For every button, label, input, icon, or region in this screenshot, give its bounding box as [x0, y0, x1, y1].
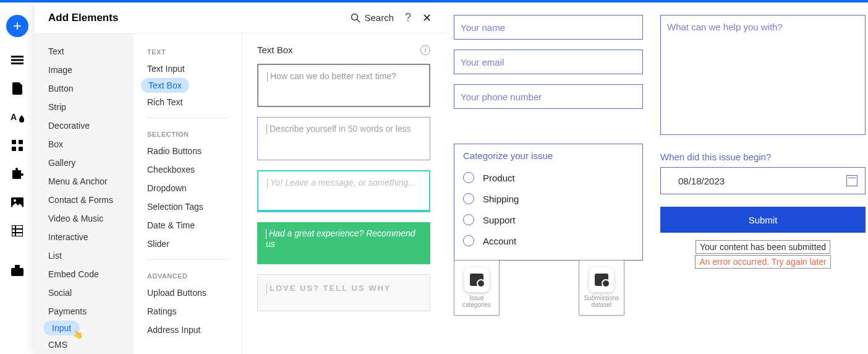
sub-checkboxes[interactable]: Checkboxes: [134, 160, 242, 179]
textbox-preview-4-label: Had a great experience? Recommend us: [266, 228, 415, 249]
radio-support[interactable]: [463, 214, 474, 225]
panel-search[interactable]: Search: [351, 12, 394, 23]
dataset-label: Issue: [469, 295, 484, 301]
info-icon[interactable]: i: [420, 45, 430, 55]
category-video-music[interactable]: Video & Music: [35, 209, 134, 228]
category-interactive[interactable]: Interactive: [35, 228, 134, 246]
svg-rect-7: [19, 147, 23, 151]
sub-radio-buttons[interactable]: Radio Buttons: [134, 142, 242, 160]
theme-icon[interactable]: A: [11, 111, 24, 123]
category-contact-forms[interactable]: Contact & Forms: [35, 191, 134, 209]
help-button[interactable]: ?: [405, 11, 411, 24]
radio-account-label: Account: [483, 236, 516, 246]
help-textarea[interactable]: [660, 15, 866, 135]
svg-point-16: [352, 14, 358, 20]
category-decorative[interactable]: Decorative: [35, 116, 134, 135]
svg-rect-4: [12, 140, 16, 144]
category-text[interactable]: Text: [35, 42, 134, 61]
issue-categories-dataset[interactable]: Issuecategories: [454, 260, 500, 316]
divider: [147, 118, 228, 118]
close-button[interactable]: ✕: [422, 11, 432, 25]
category-social[interactable]: Social: [35, 283, 134, 302]
sub-ratings[interactable]: Ratings: [134, 302, 242, 321]
add-elements-button[interactable]: +: [6, 15, 28, 37]
panel-body: Text Image Button Strip Decorative Box G…: [35, 33, 445, 354]
category-cms[interactable]: CMS: [35, 335, 134, 354]
radio-product[interactable]: [463, 172, 474, 183]
dataset-label: Submissions: [584, 295, 619, 301]
category-button[interactable]: Button: [35, 79, 134, 98]
radio-shipping-label: Shipping: [483, 194, 519, 204]
editor-left-rail: + A: [0, 2, 35, 354]
date-label: When did this issue begin?: [660, 152, 866, 162]
dataset-label: dataset: [592, 301, 612, 308]
textbox-preview-2[interactable]: Describe yourself in 50 words or less: [257, 117, 430, 160]
sub-dropdown[interactable]: Dropdown: [134, 179, 242, 197]
radio-row: Account: [463, 230, 634, 251]
sub-upload-buttons[interactable]: Upload Buttons: [134, 283, 242, 302]
preview-column: Text Box i How can we do better next tim…: [242, 33, 445, 354]
sub-selection-tags[interactable]: Selection Tags: [134, 197, 242, 216]
data-icon[interactable]: [11, 225, 24, 236]
dataset-label: categories: [462, 301, 491, 308]
success-message: Your content has been submitted: [696, 240, 830, 254]
radio-row: Shipping: [463, 188, 634, 209]
sub-address-input[interactable]: Address Input: [134, 321, 242, 339]
textbox-preview-3-label: Yo! Leave a message, or something...: [270, 178, 415, 188]
subcategory-list: TEXT Text Input Text Box Rich Text SELEC…: [134, 33, 242, 354]
dataset-icon: [595, 274, 608, 286]
email-input[interactable]: [454, 50, 643, 74]
submissions-dataset[interactable]: Submissionsdataset: [579, 260, 624, 316]
category-box[interactable]: Box: [35, 135, 134, 153]
category-list-elem[interactable]: List: [35, 246, 134, 265]
calendar-icon: [846, 175, 857, 186]
apps-icon[interactable]: [11, 140, 24, 151]
svg-rect-0: [11, 56, 23, 58]
sub-text-box[interactable]: Text Box: [141, 78, 189, 93]
section-selection-header: SELECTION: [134, 124, 242, 142]
svg-rect-10: [12, 225, 23, 236]
svg-point-9: [14, 199, 16, 202]
sub-date-time[interactable]: Date & Time: [134, 216, 242, 235]
sub-rich-text[interactable]: Rich Text: [134, 93, 242, 111]
section-text-header: TEXT: [134, 42, 242, 59]
category-strip[interactable]: Strip: [35, 98, 134, 116]
business-icon[interactable]: [11, 265, 24, 276]
svg-rect-6: [12, 147, 16, 151]
textbox-preview-4[interactable]: Had a great experience? Recommend us: [257, 222, 430, 264]
category-payments[interactable]: Payments: [35, 302, 134, 321]
radio-row: Support: [463, 209, 634, 230]
svg-rect-14: [11, 268, 23, 276]
search-label: Search: [364, 12, 394, 23]
error-message: An error occurred. Try again later: [695, 255, 830, 269]
page-icon[interactable]: [11, 83, 24, 94]
svg-rect-5: [19, 140, 23, 144]
submit-button[interactable]: Submit: [660, 207, 866, 233]
category-menu-anchor[interactable]: Menu & Anchor: [35, 172, 134, 191]
radio-account[interactable]: [463, 235, 474, 246]
sections-icon[interactable]: [11, 54, 24, 66]
category-input[interactable]: Input: [43, 321, 80, 335]
panel-header: Add Elements Search ? ✕: [35, 2, 445, 33]
svg-rect-2: [11, 63, 23, 64]
name-input[interactable]: [454, 15, 643, 40]
textbox-preview-5[interactable]: LOVE US? TELL US WHY: [257, 274, 430, 311]
category-embed-code[interactable]: Embed Code: [35, 265, 134, 283]
dataset-row: Issuecategories Submissionsdataset: [454, 260, 624, 316]
panel-title: Add Elements: [48, 12, 351, 24]
sub-slider[interactable]: Slider: [134, 235, 242, 253]
plugins-icon[interactable]: [11, 168, 24, 179]
media-icon[interactable]: [11, 197, 24, 208]
category-image[interactable]: Image: [35, 61, 134, 79]
phone-input[interactable]: [454, 84, 643, 109]
sub-text-input[interactable]: Text Input: [134, 59, 242, 78]
category-gallery[interactable]: Gallery: [35, 153, 134, 172]
date-input[interactable]: 08/18/2023: [660, 167, 866, 194]
radio-support-label: Support: [483, 215, 516, 225]
preview-title: Text Box: [257, 45, 293, 55]
radio-shipping[interactable]: [463, 193, 474, 204]
textbox-preview-3[interactable]: Yo! Leave a message, or something...: [257, 170, 430, 212]
textbox-preview-1[interactable]: How can we do better next time?: [257, 64, 430, 107]
svg-rect-1: [11, 59, 23, 61]
categorize-issue-group: Categorize your issue Product Shipping S…: [454, 144, 643, 261]
